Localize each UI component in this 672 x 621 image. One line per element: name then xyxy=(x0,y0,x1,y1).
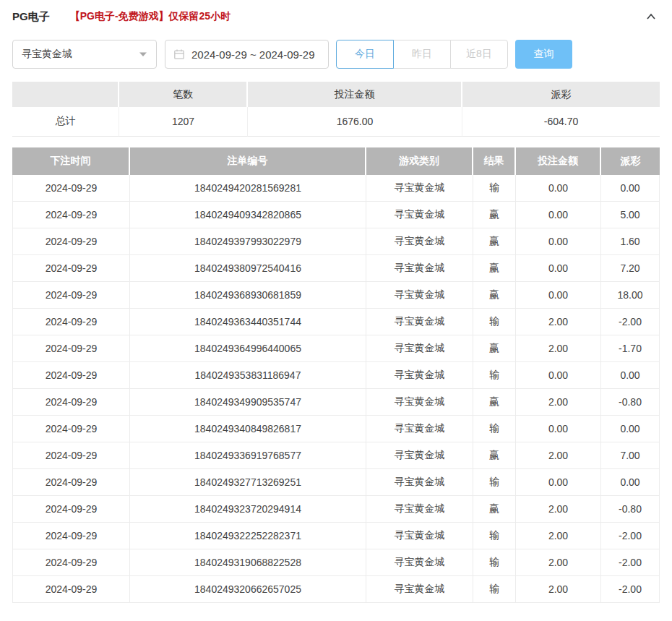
cell-payout: -2.00 xyxy=(601,309,660,335)
cell-bet-amount: 2.00 xyxy=(516,576,601,603)
summary-total-label: 总计 xyxy=(12,107,119,137)
cell-bet-amount: 0.00 xyxy=(516,362,601,389)
chevron-down-icon xyxy=(139,51,147,57)
cell-payout: 0.00 xyxy=(601,175,660,202)
cell-bet-id: 1840249353831186947 xyxy=(130,362,366,389)
cell-bet-time: 2024-09-29 xyxy=(12,175,130,202)
cell-game-type: 寻宝黄金城 xyxy=(366,496,473,523)
cell-bet-id: 1840249409342820865 xyxy=(130,202,366,228)
cell-bet-id: 1840249319068822528 xyxy=(130,549,366,576)
cell-bet-amount: 0.00 xyxy=(516,469,601,496)
cell-result: 输 xyxy=(473,175,516,202)
cell-game-type: 寻宝黄金城 xyxy=(366,282,473,309)
cell-result: 输 xyxy=(473,362,516,389)
cell-bet-amount: 0.00 xyxy=(516,255,601,282)
summary-header-row: 笔数 投注金额 派彩 xyxy=(12,82,660,107)
table-row: 2024-09-29 1840249349909535747 寻宝黄金城 赢 2… xyxy=(12,389,660,416)
cell-bet-amount: 2.00 xyxy=(516,389,601,416)
cell-bet-id: 1840249364996440065 xyxy=(130,335,366,362)
panel-header: PG电子 【PG电子-免费游戏】仅保留25小时 xyxy=(12,0,660,33)
cell-bet-amount: 2.00 xyxy=(516,335,601,362)
chevron-up-icon xyxy=(644,9,658,24)
table-row: 2024-09-29 1840249336919768577 寻宝黄金城 赢 2… xyxy=(12,442,660,469)
cell-payout: -2.00 xyxy=(601,549,660,576)
cell-result: 输 xyxy=(473,469,516,496)
search-button[interactable]: 查询 xyxy=(515,40,572,69)
cell-payout: -2.00 xyxy=(601,576,660,603)
summary-table: 笔数 投注金额 派彩 总计 1207 1676.00 -604.70 xyxy=(12,82,660,137)
cell-bet-time: 2024-09-29 xyxy=(12,523,130,549)
summary-col-empty xyxy=(12,82,119,107)
date-range-input[interactable]: 2024-09-29 ~ 2024-09-29 xyxy=(165,40,329,69)
game-select[interactable]: 寻宝黄金城 xyxy=(12,40,157,69)
cell-payout: 0.00 xyxy=(601,469,660,496)
cell-payout: 1.60 xyxy=(601,228,660,255)
cell-bet-id: 1840249349909535747 xyxy=(130,389,366,416)
cell-bet-time: 2024-09-29 xyxy=(12,576,130,603)
cell-game-type: 寻宝黄金城 xyxy=(366,416,473,442)
cell-bet-id: 1840249368930681859 xyxy=(130,282,366,309)
cell-result: 输 xyxy=(473,416,516,442)
table-row: 2024-09-29 1840249319068822528 寻宝黄金城 输 2… xyxy=(12,549,660,576)
cell-payout: 18.00 xyxy=(601,282,660,309)
col-header-game-type: 游戏类别 xyxy=(366,147,473,175)
cell-payout: 0.00 xyxy=(601,416,660,442)
cell-bet-time: 2024-09-29 xyxy=(12,255,130,282)
records-table: 下注时间 注单编号 游戏类别 结果 投注金额 派彩 2024-09-29 184… xyxy=(12,147,660,603)
cell-result: 输 xyxy=(473,576,516,603)
cell-bet-id: 1840249340849826817 xyxy=(130,416,366,442)
cell-bet-time: 2024-09-29 xyxy=(12,362,130,389)
collapse-button[interactable] xyxy=(642,8,660,25)
cell-bet-time: 2024-09-29 xyxy=(12,309,130,335)
cell-game-type: 寻宝黄金城 xyxy=(366,549,473,576)
cell-result: 输 xyxy=(473,523,516,549)
cell-game-type: 寻宝黄金城 xyxy=(366,255,473,282)
cell-payout: 0.00 xyxy=(601,362,660,389)
summary-col-bet-count: 笔数 xyxy=(119,82,248,107)
cell-game-type: 寻宝黄金城 xyxy=(366,309,473,335)
cell-result: 赢 xyxy=(473,496,516,523)
cell-payout: -0.80 xyxy=(601,496,660,523)
cell-game-type: 寻宝黄金城 xyxy=(366,175,473,202)
cell-result: 赢 xyxy=(473,389,516,416)
quick-range-group: 今日 昨日 近8日 xyxy=(336,40,508,69)
table-row: 2024-09-29 1840249322252282371 寻宝黄金城 输 2… xyxy=(12,523,660,549)
table-row: 2024-09-29 1840249420281569281 寻宝黄金城 输 0… xyxy=(12,175,660,202)
cell-bet-amount: 2.00 xyxy=(516,496,601,523)
cell-bet-time: 2024-09-29 xyxy=(12,442,130,469)
col-header-result: 结果 xyxy=(473,147,516,175)
cell-bet-amount: 0.00 xyxy=(516,175,601,202)
col-header-bet-amount: 投注金额 xyxy=(516,147,601,175)
cell-result: 赢 xyxy=(473,335,516,362)
quick-range-today-button[interactable]: 今日 xyxy=(336,40,394,69)
pg-game-records-panel: PG电子 【PG电子-免费游戏】仅保留25小时 寻宝黄金城 xyxy=(0,0,672,603)
cell-game-type: 寻宝黄金城 xyxy=(366,523,473,549)
cell-bet-amount: 0.00 xyxy=(516,282,601,309)
cell-result: 赢 xyxy=(473,442,516,469)
cell-game-type: 寻宝黄金城 xyxy=(366,362,473,389)
cell-game-type: 寻宝黄金城 xyxy=(366,442,473,469)
table-row: 2024-09-29 1840249363440351744 寻宝黄金城 输 2… xyxy=(12,309,660,335)
cell-bet-id: 1840249363440351744 xyxy=(130,309,366,335)
col-header-bet-id: 注单编号 xyxy=(130,147,366,175)
cell-bet-time: 2024-09-29 xyxy=(12,282,130,309)
cell-bet-amount: 0.00 xyxy=(516,202,601,228)
cell-payout: 5.00 xyxy=(601,202,660,228)
table-row: 2024-09-29 1840249380972540416 寻宝黄金城 赢 0… xyxy=(12,255,660,282)
game-select-value: 寻宝黄金城 xyxy=(22,48,72,61)
cell-bet-time: 2024-09-29 xyxy=(12,469,130,496)
cell-bet-id: 1840249323720294914 xyxy=(130,496,366,523)
cell-bet-id: 1840249322252282371 xyxy=(130,523,366,549)
table-row: 2024-09-29 1840249364996440065 寻宝黄金城 赢 2… xyxy=(12,335,660,362)
cell-game-type: 寻宝黄金城 xyxy=(366,335,473,362)
cell-game-type: 寻宝黄金城 xyxy=(366,576,473,603)
quick-range-last8days-button[interactable]: 近8日 xyxy=(450,40,508,69)
cell-bet-time: 2024-09-29 xyxy=(12,549,130,576)
cell-bet-amount: 0.00 xyxy=(516,416,601,442)
records-header-row: 下注时间 注单编号 游戏类别 结果 投注金额 派彩 xyxy=(12,147,660,175)
cell-bet-time: 2024-09-29 xyxy=(12,416,130,442)
cell-bet-amount: 2.00 xyxy=(516,442,601,469)
summary-payout-value: -604.70 xyxy=(462,107,660,137)
quick-range-yesterday-button[interactable]: 昨日 xyxy=(393,40,451,69)
cell-result: 赢 xyxy=(473,282,516,309)
